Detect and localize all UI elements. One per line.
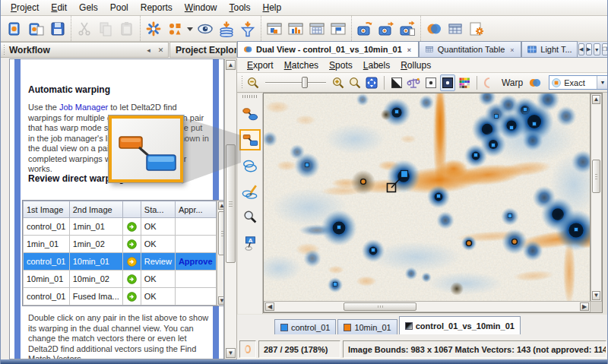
palette-button[interactable]: [457, 74, 472, 91]
funnel-import-button[interactable]: [237, 18, 258, 40]
caret-down-button[interactable]: [185, 18, 195, 40]
tab-scroll-right-icon[interactable]: ▶: [586, 43, 592, 55]
table-header[interactable]: Sta...: [141, 201, 175, 218]
tool-label-button[interactable]: A: [239, 233, 261, 254]
job-manager-link[interactable]: Job Manager: [59, 103, 108, 112]
gel-vscroll-thumb[interactable]: [592, 160, 600, 193]
table-row[interactable]: 10min_0110min_02OK: [24, 271, 217, 288]
warp-all-button[interactable]: [143, 18, 164, 40]
zoom-slider[interactable]: [265, 76, 326, 90]
gel-image[interactable]: [264, 93, 591, 302]
contrast-button[interactable]: [389, 74, 404, 91]
workflow-scrollbar[interactable]: ▲ ▼: [224, 59, 237, 359]
project-explorer-panel-header[interactable]: Project Explorer: [169, 42, 237, 58]
workflow-panel-header[interactable]: Workflow ◂ ✕: [1, 42, 169, 58]
menu-tools[interactable]: Tools: [223, 1, 257, 14]
blend-button[interactable]: [527, 74, 543, 91]
menu-reports[interactable]: Reports: [135, 1, 179, 14]
zoom-out-button[interactable]: [245, 74, 261, 91]
dual-view-button[interactable]: [423, 18, 445, 40]
menu-window[interactable]: Window: [179, 1, 223, 14]
table-header[interactable]: 2nd Image: [69, 201, 122, 218]
win-chart-button[interactable]: [285, 18, 306, 40]
table-row[interactable]: 1min_011min_02OK: [24, 236, 217, 253]
tool-spot-edit-button[interactable]: [239, 181, 261, 202]
scroll-down-icon[interactable]: ▼: [218, 296, 225, 305]
table-header[interactable]: Appr...: [175, 201, 216, 218]
table-header[interactable]: [122, 201, 141, 218]
zoom-in-button[interactable]: [331, 74, 346, 91]
tool-vec-rect-button[interactable]: [239, 129, 261, 150]
table-row[interactable]: control_01Fused Ima...OK: [24, 288, 217, 305]
close-tab-icon[interactable]: ×: [508, 46, 516, 54]
tab-light-t-[interactable]: Light T...: [521, 41, 577, 57]
stack-import-button[interactable]: [216, 18, 237, 40]
img-gear-button[interactable]: [466, 18, 487, 40]
menu-rollups[interactable]: Rollups: [395, 59, 436, 71]
copy-button[interactable]: [95, 18, 116, 40]
open-project-button[interactable]: [26, 18, 47, 40]
gel-sync-button[interactable]: [354, 18, 375, 40]
table-row[interactable]: control_0110min_01ReviewApprove: [24, 253, 217, 271]
menu-pool[interactable]: Pool: [104, 1, 135, 14]
combobox-arrow-icon[interactable]: ▼: [597, 76, 608, 89]
scroll-left-icon[interactable]: ◀: [265, 302, 274, 311]
win-flag-button[interactable]: [328, 18, 349, 40]
tab-list-icon[interactable]: ▼: [594, 43, 600, 55]
zoom-lens-button[interactable]: [347, 74, 363, 91]
scroll-down-icon[interactable]: ▼: [592, 291, 600, 300]
cut-button[interactable]: [74, 18, 95, 40]
image-tab-10min_01[interactable]: 10min_01: [337, 319, 397, 334]
paste-button[interactable]: [116, 18, 138, 40]
dock-panel-icon[interactable]: ◂: [144, 45, 154, 55]
view-eye-button[interactable]: [195, 18, 216, 40]
gel-import-button[interactable]: [375, 18, 397, 40]
tool-zoom-button[interactable]: [239, 207, 261, 228]
balance-button[interactable]: [406, 74, 421, 91]
spot-plain-button[interactable]: [423, 74, 439, 91]
warping-pairs-table[interactable]: 1st Image2nd ImageSta...Appr...control_0…: [22, 200, 224, 306]
gel-export-button[interactable]: [397, 18, 418, 40]
tool-vec-ellipse-button[interactable]: [239, 103, 261, 125]
close-panel-icon[interactable]: ✕: [156, 45, 166, 55]
table-scrollbar-thumb[interactable]: [218, 211, 225, 255]
menu-project[interactable]: Project: [5, 1, 45, 14]
menu-matches[interactable]: Matches: [279, 59, 324, 71]
menu-gels[interactable]: Gels: [73, 1, 104, 14]
tab-quantitation-table[interactable]: Quantitation Table×: [419, 41, 521, 57]
menu-spots[interactable]: Spots: [324, 59, 358, 71]
menu-edit[interactable]: Edit: [45, 1, 73, 14]
warp-off-button[interactable]: [482, 74, 497, 91]
scroll-up-icon[interactable]: ▲: [226, 60, 236, 70]
scroll-right-icon[interactable]: ▶: [580, 302, 589, 311]
new-project-button[interactable]: [5, 18, 26, 40]
tool-spots-button[interactable]: [239, 155, 261, 176]
spot-invert-button[interactable]: [440, 74, 455, 91]
zoom-slider-thumb[interactable]: [302, 77, 308, 88]
gel-vertical-scrollbar[interactable]: ▲ ▼: [591, 93, 602, 302]
approve-cell[interactable]: Approve: [175, 253, 216, 271]
tab-dual-view-control-01-vs-10min-01[interactable]: Dual View - control_01_vs_10min_01×: [237, 41, 419, 57]
table-header[interactable]: 1st Image: [24, 201, 70, 218]
quant-table-button[interactable]: [445, 18, 466, 40]
win-table-button[interactable]: [306, 18, 328, 40]
menu-labels[interactable]: Labels: [358, 59, 395, 71]
save-button[interactable]: [47, 18, 68, 40]
warp-mode-combobox[interactable]: Exact▼: [549, 75, 608, 90]
scroll-down-icon[interactable]: ▼: [226, 348, 236, 358]
maximize-window-icon[interactable]: ❐: [602, 43, 608, 55]
menu-help[interactable]: Help: [257, 1, 288, 14]
gel-hscroll-thumb[interactable]: [344, 302, 416, 311]
scroll-up-icon[interactable]: ▲: [592, 95, 600, 104]
win-project-button[interactable]: [264, 18, 285, 40]
gel-horizontal-scrollbar[interactable]: ◀ ▶: [264, 301, 591, 312]
image-tab-control_01_vs_10min_01[interactable]: control_01_vs_10min_01: [399, 316, 521, 334]
tab-scroll-left-icon[interactable]: ◀: [578, 43, 584, 55]
table-row[interactable]: control_011min_01OK: [24, 218, 217, 236]
workflow-scrollbar-thumb[interactable]: [226, 144, 236, 263]
menu-export[interactable]: Export: [242, 59, 279, 71]
table-scrollbar[interactable]: ▲▼: [217, 201, 225, 305]
fit-window-button[interactable]: [364, 74, 379, 91]
close-tab-icon[interactable]: ×: [405, 46, 413, 54]
image-tab-control_01[interactable]: control_01: [274, 319, 336, 334]
